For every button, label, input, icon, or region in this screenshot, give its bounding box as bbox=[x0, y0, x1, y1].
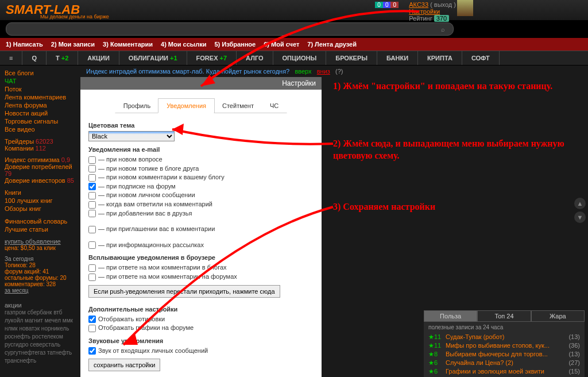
rb-item-3[interactable]: ★6Случайна ли Цена? (2)(27) bbox=[424, 359, 585, 367]
settings-tab-1[interactable]: Уведомления bbox=[158, 98, 215, 113]
settings-tab-0[interactable]: Профиль bbox=[115, 98, 160, 113]
today-stats: За сегодняТопиков: 28форум акций: 41оста… bbox=[5, 256, 76, 294]
search-icon[interactable]: ⌕ bbox=[441, 26, 445, 33]
left-link-1[interactable]: ЧАТ bbox=[5, 77, 76, 85]
settings-tab-2[interactable]: Стейтмент bbox=[214, 98, 262, 113]
email-opt-2[interactable]: — при новом комментарии к вашему блогу bbox=[88, 173, 314, 182]
email-opt-0[interactable]: — при новом вопросе bbox=[88, 155, 314, 164]
rating-label: Рейтинг bbox=[409, 15, 432, 22]
rb-tab-0[interactable]: Польза bbox=[424, 310, 477, 322]
mainnav-item-8[interactable]: БРОКЕРЫ bbox=[326, 51, 377, 65]
email-opt-1[interactable]: — при новом топике в блоге друга bbox=[88, 164, 314, 174]
annotation-3: 3) Сохраняем настройки bbox=[333, 201, 574, 213]
rednav-item-1[interactable]: 2) Мои записи bbox=[51, 41, 95, 48]
badge-1[interactable]: 0 bbox=[375, 2, 383, 8]
username-link[interactable]: АКС33 bbox=[409, 1, 428, 8]
mainnav-item-10[interactable]: КРИПТА bbox=[418, 51, 462, 65]
popup-opt-0[interactable]: — при ответе на мои комментарии в блогах bbox=[88, 263, 314, 272]
info-opt[interactable]: — при информационных рассылках bbox=[88, 241, 314, 250]
email-header: Уведомления на e-mail bbox=[88, 146, 314, 153]
badge-3[interactable]: 0 bbox=[390, 2, 399, 8]
stat-dov1[interactable]: Доверие потребителей 79 bbox=[5, 163, 76, 177]
rb-item-1[interactable]: ★11Мифы про выбивание стопов, кук...(36) bbox=[424, 341, 585, 350]
rednav-item-4[interactable]: 5) Избранное bbox=[214, 41, 256, 48]
settings-tab-3[interactable]: ЧС bbox=[261, 98, 287, 113]
mainnav-item-2[interactable]: T +2 bbox=[47, 51, 78, 65]
rednav-item-0[interactable]: 1) Написать bbox=[6, 41, 43, 48]
left-link-5[interactable]: Новости акций bbox=[5, 109, 76, 117]
left-link-4[interactable]: Лента форума bbox=[5, 101, 76, 109]
rednav-item-6[interactable]: 7) Лента друзей bbox=[307, 41, 357, 48]
fin-link-1[interactable]: Лучшие статьи bbox=[5, 225, 76, 233]
month-link[interactable]: за месяц bbox=[5, 287, 29, 294]
mainnav-item-7[interactable]: ОПЦИОНЫ bbox=[273, 51, 327, 65]
scroll-up-icon[interactable]: ▲ bbox=[574, 198, 586, 209]
left-sidebar: Все блогиЧАТПотокЛента комментариевЛента… bbox=[0, 66, 80, 377]
extra-opt-1[interactable]: Отображать графики на форуме bbox=[88, 324, 314, 333]
mainnav-item-0[interactable]: ≡ bbox=[0, 51, 22, 65]
book-link-1[interactable]: Обзоры книг bbox=[5, 205, 76, 213]
stat-dov2[interactable]: Доверие инвесторов 85 bbox=[5, 177, 76, 184]
main-nav: ≡QT +2АКЦИИОБЛИГАЦИИ +1FOREX +7АЛГООПЦИО… bbox=[0, 51, 588, 66]
left-link-3[interactable]: Лента комментариев bbox=[5, 93, 76, 101]
buy-ad-link[interactable]: купить объявление bbox=[5, 238, 61, 245]
stat-companies[interactable]: Компании 112 bbox=[5, 145, 76, 152]
topic-line: Индекс интрадей оптимизма смарт-лаб. Куд… bbox=[80, 66, 588, 77]
annotation-1: 1) Жмём "настройки" и попадаем на такую … bbox=[333, 80, 574, 93]
rb-item-0[interactable]: ★11Судак-Тупак (робот)(13) bbox=[424, 333, 585, 341]
email-opt-6[interactable]: — при добавлении вас в друзья bbox=[88, 209, 314, 218]
red-nav: 1) Написать2) Мои записи3) Комментарии4)… bbox=[0, 38, 588, 51]
book-link-0[interactable]: 100 лучших книг bbox=[5, 197, 76, 205]
mainnav-item-3[interactable]: АКЦИИ bbox=[78, 51, 119, 65]
popup-opt-1[interactable]: — при ответе на мои комментарии на форум… bbox=[88, 272, 314, 282]
tags-cloud[interactable]: газпром сбербанк втб лукойл магнит мечел… bbox=[5, 309, 76, 365]
rb-tab-1[interactable]: Топ 24 bbox=[477, 310, 531, 322]
rednav-item-2[interactable]: 3) Комментарии bbox=[103, 41, 153, 48]
left-link-2[interactable]: Поток bbox=[5, 85, 76, 93]
rb-item-4[interactable]: ★6Графики и эволюция моей эквити(15) bbox=[424, 367, 585, 376]
invite-opt[interactable]: — при приглашении вас в комментарии bbox=[88, 225, 314, 234]
theme-select[interactable]: Black bbox=[88, 131, 175, 141]
popup-header: Всплывающие уведомления в броузере bbox=[88, 254, 314, 261]
scroll-down-icon[interactable]: ▼ bbox=[574, 211, 586, 223]
header: SMART-LAB Мы делаем деньги на бирже 000 … bbox=[0, 0, 588, 20]
rb-header: полезные записи за 24 часа bbox=[424, 322, 585, 333]
extra-opt-0[interactable]: Отображать котировки bbox=[88, 315, 314, 324]
badge-2[interactable]: 0 bbox=[383, 2, 391, 8]
mainnav-item-6[interactable]: АЛГО bbox=[237, 51, 273, 65]
slogan: Мы делаем деньги на бирже bbox=[40, 14, 109, 20]
save-button[interactable]: сохранить настройки bbox=[88, 359, 160, 371]
rednav-item-5[interactable]: 6) Мой счет bbox=[264, 41, 299, 48]
left-link-0[interactable]: Все блоги bbox=[5, 69, 76, 77]
settings-link[interactable]: Настройки bbox=[409, 8, 440, 15]
stat-idx[interactable]: Индекс оптимизма 0,9 bbox=[5, 156, 76, 163]
rednav-item-3[interactable]: 4) Мои ссылки bbox=[161, 41, 206, 48]
topic-link[interactable]: Индекс интрадей оптимизма смарт-лаб. Куд… bbox=[86, 68, 289, 75]
email-opt-3[interactable]: — при подписке на форум bbox=[88, 182, 314, 191]
email-opt-4[interactable]: — при новом личном сообщении bbox=[88, 191, 314, 200]
sound-opt-0[interactable]: Звук от входящих личных сообщений bbox=[88, 347, 314, 356]
push-button[interactable]: Если push-уведомления перестали приходит… bbox=[88, 285, 280, 298]
email-opt-5[interactable]: — когда вам ответили на комментарий bbox=[88, 200, 314, 209]
fin-link-0[interactable]: Финансовый словарь bbox=[5, 217, 76, 225]
extra-header: Дополнительные настройки bbox=[88, 306, 314, 313]
left-link-7[interactable]: Все видео bbox=[5, 125, 76, 133]
rb-item-2[interactable]: ★8Выбираем фьючерсы для торгов...(13) bbox=[424, 350, 585, 359]
stat-traders[interactable]: Трейдеры 62023 bbox=[5, 138, 76, 145]
annotation-2: 2) Жмём сюда, и выпадающем меню выбираем… bbox=[333, 138, 574, 162]
left-link-6[interactable]: Торговые сигналы bbox=[5, 117, 76, 125]
mainnav-item-9[interactable]: БАНКИ bbox=[377, 51, 418, 65]
vote-down[interactable]: вниз bbox=[317, 68, 330, 75]
mainnav-item-5[interactable]: FOREX +7 bbox=[187, 51, 237, 65]
help-icon[interactable]: (?) bbox=[335, 68, 343, 75]
notification-badges: 000 bbox=[375, 1, 399, 8]
logout-link[interactable]: ( выход ) bbox=[430, 1, 456, 8]
avatar[interactable] bbox=[457, 0, 473, 16]
vote-up[interactable]: вверх bbox=[295, 68, 311, 75]
rb-tab-2[interactable]: Жара bbox=[531, 310, 585, 322]
useful-posts-box: ПользаТоп 24Жараполезные записи за 24 ча… bbox=[424, 310, 585, 377]
mainnav-item-11[interactable]: СОФТ bbox=[462, 51, 500, 65]
mainnav-item-4[interactable]: ОБЛИГАЦИИ +1 bbox=[119, 51, 187, 65]
mainnav-item-1[interactable]: Q bbox=[22, 51, 47, 65]
search-input[interactable] bbox=[6, 22, 454, 36]
